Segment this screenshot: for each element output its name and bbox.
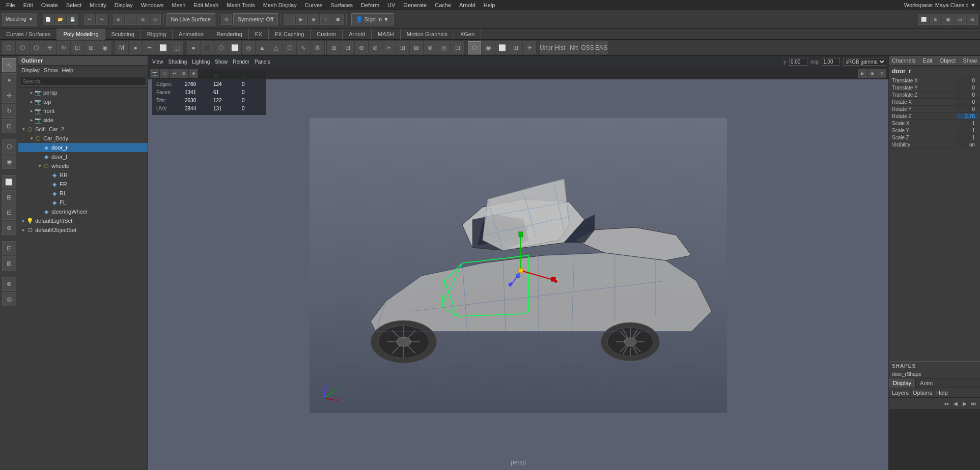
render-settings-btn[interactable]: ⚙ xyxy=(221,14,232,25)
create-poly-helix[interactable]: ∿ xyxy=(297,41,310,54)
rotate-tool[interactable]: ↻ xyxy=(57,41,70,54)
menu-curves[interactable]: Curves xyxy=(301,0,327,10)
cb-val-rz[interactable]: 2.76 xyxy=(957,113,977,119)
menu-uv[interactable]: UV xyxy=(383,0,399,10)
resize-icon1[interactable]: ⬜ xyxy=(918,14,929,25)
move-tool-btn[interactable]: ✛ xyxy=(2,89,16,103)
insert-edge-loop[interactable]: ⊞ xyxy=(396,41,409,54)
anim-prev-btn[interactable]: ⏮ xyxy=(942,399,950,407)
menu-create[interactable]: Create xyxy=(37,0,62,10)
snap-grid-btn[interactable]: ⊞ xyxy=(113,14,124,25)
tab-mash[interactable]: MASH xyxy=(372,28,401,40)
color-space-select[interactable]: sRGB gamma xyxy=(843,58,886,66)
anim-back-btn[interactable]: ◀ xyxy=(951,399,960,407)
cb-show-menu[interactable]: Show xyxy=(963,57,977,64)
snap-point-btn[interactable]: ⊕ xyxy=(137,14,149,25)
anim-fwd-btn[interactable]: ▶ xyxy=(961,399,969,407)
uv-component[interactable]: ◫ xyxy=(170,41,183,54)
vp-render-icon1[interactable]: ▶ xyxy=(858,69,867,78)
cb-options-menu[interactable]: Options xyxy=(913,390,932,396)
eas-btn[interactable]: EAS xyxy=(595,41,608,54)
resize-icon3[interactable]: ▣ xyxy=(942,14,954,25)
tab-rendering[interactable]: Rendering xyxy=(210,28,249,40)
tree-item-car-body[interactable]: ▾ ⬡ Car_Body xyxy=(18,134,148,143)
vp-snap-btn[interactable]: ⊕ xyxy=(189,69,198,78)
tab-fx-caching[interactable]: FX Caching xyxy=(269,28,311,40)
all-lights-btn[interactable]: ☀ xyxy=(523,41,536,54)
create-poly-gear[interactable]: ⚙ xyxy=(311,41,324,54)
tree-item-top[interactable]: ▸ 📷 top xyxy=(18,97,148,106)
unsmooth-btn[interactable]: Unpr xyxy=(540,41,553,54)
unknown-tool-4[interactable]: ⊞ xyxy=(2,190,16,204)
cb-val-sx[interactable]: 1 xyxy=(957,121,977,126)
cb-layers-menu[interactable]: Layers xyxy=(892,390,909,396)
cb-val-vis[interactable]: on xyxy=(957,142,977,148)
vp-cam-btn[interactable]: 📷 xyxy=(150,69,159,78)
unknown-tool-3[interactable]: ⬜ xyxy=(2,175,16,189)
wireframe-btn[interactable]: ⬡ xyxy=(468,41,481,54)
render-btn[interactable]: ▶ xyxy=(296,14,307,25)
vp-menu-render[interactable]: Render xyxy=(231,58,251,65)
unknown-tool-5[interactable]: ⊟ xyxy=(2,205,16,220)
unknown-tool-7[interactable]: ⊡ xyxy=(2,241,16,255)
bevel-tool[interactable]: ⊘ xyxy=(369,41,382,54)
tree-item-wheels[interactable]: ▾ ⬡ wheels xyxy=(18,161,148,170)
multi-cut-tool[interactable]: ✂ xyxy=(382,41,396,54)
select-tool-btn[interactable]: ↖ xyxy=(2,58,16,72)
redo-btn[interactable]: ↪ xyxy=(96,14,107,25)
expand-wheels[interactable]: ▾ xyxy=(37,163,43,169)
edge-component[interactable]: ━ xyxy=(143,41,156,54)
merge-tool[interactable]: ⊕ xyxy=(355,41,368,54)
tab-animation[interactable]: Animation xyxy=(173,28,210,40)
tab-arnold[interactable]: Arnold xyxy=(343,28,372,40)
menu-select[interactable]: Select xyxy=(62,0,86,10)
ipr-btn[interactable]: ◉ xyxy=(308,14,319,25)
move-tool[interactable]: ✛ xyxy=(43,41,57,54)
tree-item-lightset[interactable]: ▸ 💡 defaultLightSet xyxy=(18,216,148,225)
vp-menu-panels[interactable]: Panels xyxy=(253,58,272,65)
menu-mesh-tools[interactable]: Mesh Tools xyxy=(222,0,259,10)
open-scene-btn[interactable]: 📂 xyxy=(55,14,66,25)
menu-mesh[interactable]: Mesh xyxy=(167,0,189,10)
lasso-tool[interactable]: ⬡ xyxy=(16,41,29,54)
menu-arnold[interactable]: Arnold xyxy=(455,0,480,10)
viewport[interactable]: View Shading Lighting Show Render Panels… xyxy=(148,56,888,470)
new-scene-btn[interactable]: 📄 xyxy=(43,14,54,25)
create-poly-cube[interactable]: ⬛ xyxy=(201,41,214,54)
bridge-tool[interactable]: ⊟ xyxy=(341,41,354,54)
tree-item-fl[interactable]: ◈ FL xyxy=(18,198,148,207)
rotate-tool-btn[interactable]: ↻ xyxy=(2,104,16,118)
snap-tools[interactable]: M xyxy=(115,41,128,54)
tree-item-steering[interactable]: ◈ steeringWheel xyxy=(18,207,148,216)
target-weld[interactable]: ◎ xyxy=(437,41,451,54)
vp-menu-view[interactable]: View xyxy=(150,58,165,65)
tree-item-door-r[interactable]: ◈ door_r xyxy=(18,143,148,152)
offset-edge-loop[interactable]: ⊠ xyxy=(410,41,423,54)
menu-help[interactable]: Help xyxy=(480,0,499,10)
outliner-show-menu[interactable]: Show xyxy=(44,67,58,73)
tab-curves-surfaces[interactable]: Curves / Surfaces xyxy=(0,28,57,40)
menu-deform[interactable]: Deform xyxy=(357,0,383,10)
unknown-tool-8[interactable]: ⊠ xyxy=(2,256,16,271)
resize-icon4[interactable]: ⊡ xyxy=(955,14,966,25)
select-tool[interactable]: ⬡ xyxy=(2,41,15,54)
create-poly-plane[interactable]: ⬜ xyxy=(228,41,241,54)
3d-viewport-content[interactable]: Y X Z xyxy=(148,71,888,460)
menu-generate[interactable]: Generate xyxy=(399,0,431,10)
unknown-tool-10[interactable]: ◎ xyxy=(2,292,16,306)
vp-menu-show[interactable]: Show xyxy=(213,58,230,65)
tree-item-rl[interactable]: ◈ RL xyxy=(18,189,148,198)
menu-edit-mesh[interactable]: Edit Mesh xyxy=(189,0,222,10)
tree-item-objectset[interactable]: ▸ ⊡ defaultObjectSet xyxy=(18,225,148,234)
create-poly-prism[interactable]: ⬡ xyxy=(283,41,296,54)
cb-val-tx[interactable]: 0 xyxy=(957,78,977,83)
vp-menu-shading[interactable]: Shading xyxy=(166,58,189,65)
menu-display[interactable]: Display xyxy=(110,0,137,10)
shapes-item[interactable]: door_rShape xyxy=(889,370,980,378)
expand-scifi-car[interactable]: ▾ xyxy=(20,126,26,132)
undo-btn[interactable]: ↩ xyxy=(84,14,95,25)
soft-select[interactable]: ◉ xyxy=(98,41,111,54)
vp-render-icon2[interactable]: ◉ xyxy=(867,69,877,78)
cb-channels-menu[interactable]: Channels xyxy=(892,57,915,64)
tab-xgen[interactable]: XGen xyxy=(454,28,481,40)
